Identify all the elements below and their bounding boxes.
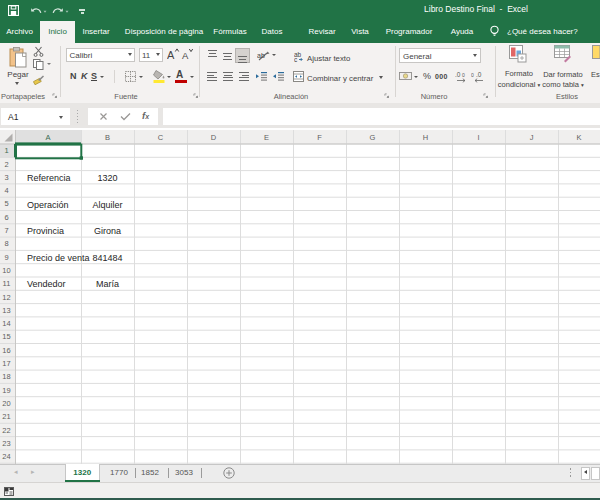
- svg-text:ab: ab: [257, 52, 265, 59]
- svg-text:A: A: [167, 49, 175, 61]
- svg-text:.0: .0: [476, 71, 482, 78]
- svg-text:A: A: [182, 50, 189, 61]
- svg-text:.0: .0: [455, 71, 461, 78]
- svg-text:0: 0: [462, 72, 465, 78]
- svg-text:0: 0: [471, 72, 474, 78]
